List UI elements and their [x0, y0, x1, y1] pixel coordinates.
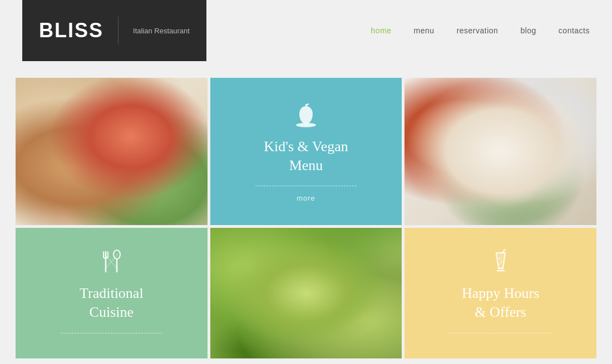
- logo-divider: [118, 17, 119, 44]
- cell-happy-hours-panel[interactable]: Happy Hours& Offers: [404, 228, 596, 358]
- greens-image-bg: [210, 228, 402, 358]
- nav-reservation[interactable]: reservation: [457, 26, 499, 35]
- panel-divider-3: [450, 333, 551, 333]
- site-header: BLISS Italian Restaurant home menu reser…: [0, 0, 612, 61]
- happy-hours-title: Happy Hours& Offers: [462, 284, 539, 322]
- logo-subtitle: Italian Restaurant: [133, 27, 190, 35]
- drink-icon: [486, 247, 515, 276]
- cell-greens-image: [210, 228, 402, 358]
- logo-block: BLISS Italian Restaurant: [22, 0, 206, 61]
- cell-seafood-image: [404, 78, 596, 225]
- nav-home[interactable]: home: [371, 26, 392, 35]
- nav-blog[interactable]: blog: [520, 26, 536, 35]
- kids-vegan-more[interactable]: more: [297, 194, 315, 202]
- svg-point-16: [499, 263, 500, 265]
- nav-contacts[interactable]: contacts: [559, 26, 590, 35]
- cell-kids-vegan-panel[interactable]: Kid's & VeganMenu more: [210, 78, 402, 225]
- seafood-image-bg: [404, 78, 596, 225]
- logo-text: BLISS: [39, 19, 103, 42]
- cell-traditional-cuisine-panel[interactable]: TraditionalCuisine: [16, 228, 208, 358]
- traditional-cuisine-title: TraditionalCuisine: [80, 284, 144, 322]
- cutlery-icon: [97, 247, 126, 276]
- nav-menu[interactable]: menu: [414, 26, 435, 35]
- apple-icon: [292, 101, 320, 129]
- panel-divider-1: [255, 186, 357, 186]
- cell-salmon-image: [16, 78, 208, 225]
- kids-vegan-title: Kid's & VeganMenu: [264, 137, 348, 175]
- panel-divider-2: [61, 333, 162, 333]
- content-grid: Kid's & VeganMenu more TraditionalCuisin…: [16, 78, 596, 358]
- salmon-image-bg: [16, 78, 208, 225]
- main-nav: home menu reservation blog contacts: [371, 26, 590, 35]
- svg-point-15: [500, 261, 502, 263]
- svg-point-14: [499, 258, 500, 260]
